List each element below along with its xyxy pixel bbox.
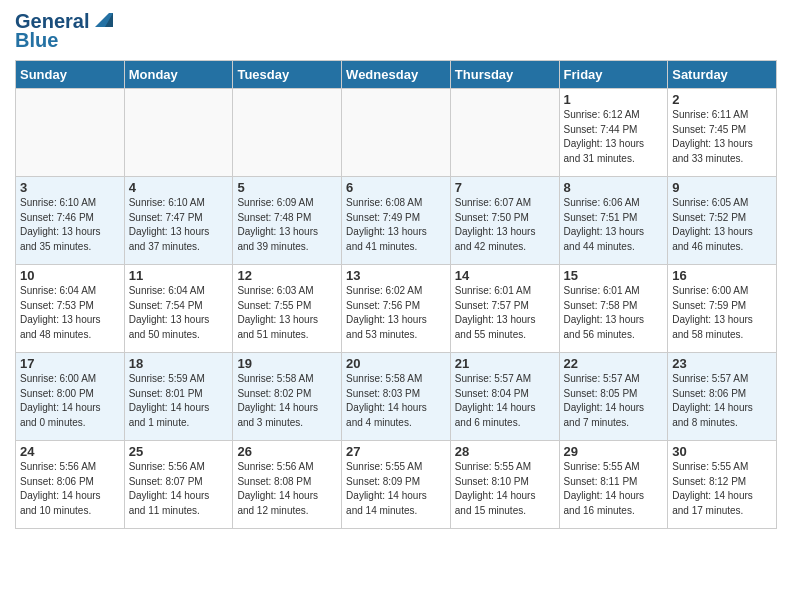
day-cell: 4Sunrise: 6:10 AM Sunset: 7:47 PM Daylig…	[124, 177, 233, 265]
day-number: 28	[455, 444, 555, 459]
day-info: Sunrise: 5:56 AM Sunset: 8:08 PM Dayligh…	[237, 460, 337, 518]
day-number: 5	[237, 180, 337, 195]
day-number: 27	[346, 444, 446, 459]
day-cell: 27Sunrise: 5:55 AM Sunset: 8:09 PM Dayli…	[342, 441, 451, 529]
day-number: 18	[129, 356, 229, 371]
day-number: 20	[346, 356, 446, 371]
day-info: Sunrise: 5:55 AM Sunset: 8:10 PM Dayligh…	[455, 460, 555, 518]
day-info: Sunrise: 6:07 AM Sunset: 7:50 PM Dayligh…	[455, 196, 555, 254]
day-info: Sunrise: 5:57 AM Sunset: 8:06 PM Dayligh…	[672, 372, 772, 430]
day-info: Sunrise: 5:55 AM Sunset: 8:11 PM Dayligh…	[564, 460, 664, 518]
calendar-table: SundayMondayTuesdayWednesdayThursdayFrid…	[15, 60, 777, 529]
day-number: 21	[455, 356, 555, 371]
week-row-3: 10Sunrise: 6:04 AM Sunset: 7:53 PM Dayli…	[16, 265, 777, 353]
day-info: Sunrise: 6:11 AM Sunset: 7:45 PM Dayligh…	[672, 108, 772, 166]
day-cell: 24Sunrise: 5:56 AM Sunset: 8:06 PM Dayli…	[16, 441, 125, 529]
week-row-5: 24Sunrise: 5:56 AM Sunset: 8:06 PM Dayli…	[16, 441, 777, 529]
day-cell: 9Sunrise: 6:05 AM Sunset: 7:52 PM Daylig…	[668, 177, 777, 265]
day-cell: 21Sunrise: 5:57 AM Sunset: 8:04 PM Dayli…	[450, 353, 559, 441]
day-cell: 6Sunrise: 6:08 AM Sunset: 7:49 PM Daylig…	[342, 177, 451, 265]
col-header-saturday: Saturday	[668, 61, 777, 89]
day-number: 26	[237, 444, 337, 459]
logo-wave-icon	[91, 9, 113, 31]
day-cell: 17Sunrise: 6:00 AM Sunset: 8:00 PM Dayli…	[16, 353, 125, 441]
day-info: Sunrise: 6:02 AM Sunset: 7:56 PM Dayligh…	[346, 284, 446, 342]
day-cell: 28Sunrise: 5:55 AM Sunset: 8:10 PM Dayli…	[450, 441, 559, 529]
day-info: Sunrise: 6:10 AM Sunset: 7:46 PM Dayligh…	[20, 196, 120, 254]
day-number: 25	[129, 444, 229, 459]
day-cell: 16Sunrise: 6:00 AM Sunset: 7:59 PM Dayli…	[668, 265, 777, 353]
day-number: 22	[564, 356, 664, 371]
day-info: Sunrise: 5:57 AM Sunset: 8:05 PM Dayligh…	[564, 372, 664, 430]
week-row-1: 1Sunrise: 6:12 AM Sunset: 7:44 PM Daylig…	[16, 89, 777, 177]
day-info: Sunrise: 5:56 AM Sunset: 8:06 PM Dayligh…	[20, 460, 120, 518]
day-info: Sunrise: 6:09 AM Sunset: 7:48 PM Dayligh…	[237, 196, 337, 254]
day-number: 11	[129, 268, 229, 283]
day-cell: 13Sunrise: 6:02 AM Sunset: 7:56 PM Dayli…	[342, 265, 451, 353]
day-number: 2	[672, 92, 772, 107]
day-number: 14	[455, 268, 555, 283]
day-cell: 30Sunrise: 5:55 AM Sunset: 8:12 PM Dayli…	[668, 441, 777, 529]
day-info: Sunrise: 6:01 AM Sunset: 7:57 PM Dayligh…	[455, 284, 555, 342]
day-number: 30	[672, 444, 772, 459]
day-cell: 10Sunrise: 6:04 AM Sunset: 7:53 PM Dayli…	[16, 265, 125, 353]
day-cell: 29Sunrise: 5:55 AM Sunset: 8:11 PM Dayli…	[559, 441, 668, 529]
day-info: Sunrise: 5:58 AM Sunset: 8:02 PM Dayligh…	[237, 372, 337, 430]
day-cell	[233, 89, 342, 177]
day-info: Sunrise: 6:05 AM Sunset: 7:52 PM Dayligh…	[672, 196, 772, 254]
day-info: Sunrise: 6:03 AM Sunset: 7:55 PM Dayligh…	[237, 284, 337, 342]
day-cell: 14Sunrise: 6:01 AM Sunset: 7:57 PM Dayli…	[450, 265, 559, 353]
day-cell: 25Sunrise: 5:56 AM Sunset: 8:07 PM Dayli…	[124, 441, 233, 529]
day-info: Sunrise: 6:04 AM Sunset: 7:54 PM Dayligh…	[129, 284, 229, 342]
day-number: 15	[564, 268, 664, 283]
day-info: Sunrise: 5:56 AM Sunset: 8:07 PM Dayligh…	[129, 460, 229, 518]
col-header-sunday: Sunday	[16, 61, 125, 89]
day-number: 12	[237, 268, 337, 283]
header-row: SundayMondayTuesdayWednesdayThursdayFrid…	[16, 61, 777, 89]
day-number: 6	[346, 180, 446, 195]
day-info: Sunrise: 6:10 AM Sunset: 7:47 PM Dayligh…	[129, 196, 229, 254]
day-cell	[450, 89, 559, 177]
day-cell: 20Sunrise: 5:58 AM Sunset: 8:03 PM Dayli…	[342, 353, 451, 441]
day-info: Sunrise: 6:08 AM Sunset: 7:49 PM Dayligh…	[346, 196, 446, 254]
day-cell: 18Sunrise: 5:59 AM Sunset: 8:01 PM Dayli…	[124, 353, 233, 441]
day-cell: 26Sunrise: 5:56 AM Sunset: 8:08 PM Dayli…	[233, 441, 342, 529]
day-cell: 15Sunrise: 6:01 AM Sunset: 7:58 PM Dayli…	[559, 265, 668, 353]
day-info: Sunrise: 6:06 AM Sunset: 7:51 PM Dayligh…	[564, 196, 664, 254]
day-cell: 7Sunrise: 6:07 AM Sunset: 7:50 PM Daylig…	[450, 177, 559, 265]
day-number: 4	[129, 180, 229, 195]
day-number: 8	[564, 180, 664, 195]
day-info: Sunrise: 6:00 AM Sunset: 7:59 PM Dayligh…	[672, 284, 772, 342]
day-cell: 3Sunrise: 6:10 AM Sunset: 7:46 PM Daylig…	[16, 177, 125, 265]
logo-blue: Blue	[15, 29, 58, 52]
day-number: 29	[564, 444, 664, 459]
day-number: 13	[346, 268, 446, 283]
col-header-monday: Monday	[124, 61, 233, 89]
day-info: Sunrise: 6:04 AM Sunset: 7:53 PM Dayligh…	[20, 284, 120, 342]
day-info: Sunrise: 5:58 AM Sunset: 8:03 PM Dayligh…	[346, 372, 446, 430]
day-number: 3	[20, 180, 120, 195]
day-cell: 22Sunrise: 5:57 AM Sunset: 8:05 PM Dayli…	[559, 353, 668, 441]
day-number: 7	[455, 180, 555, 195]
day-cell: 5Sunrise: 6:09 AM Sunset: 7:48 PM Daylig…	[233, 177, 342, 265]
day-number: 1	[564, 92, 664, 107]
day-info: Sunrise: 6:01 AM Sunset: 7:58 PM Dayligh…	[564, 284, 664, 342]
day-info: Sunrise: 6:12 AM Sunset: 7:44 PM Dayligh…	[564, 108, 664, 166]
day-number: 19	[237, 356, 337, 371]
day-cell: 19Sunrise: 5:58 AM Sunset: 8:02 PM Dayli…	[233, 353, 342, 441]
col-header-wednesday: Wednesday	[342, 61, 451, 89]
day-info: Sunrise: 5:55 AM Sunset: 8:09 PM Dayligh…	[346, 460, 446, 518]
day-cell: 23Sunrise: 5:57 AM Sunset: 8:06 PM Dayli…	[668, 353, 777, 441]
day-info: Sunrise: 5:57 AM Sunset: 8:04 PM Dayligh…	[455, 372, 555, 430]
day-number: 9	[672, 180, 772, 195]
day-cell	[342, 89, 451, 177]
day-cell	[16, 89, 125, 177]
col-header-friday: Friday	[559, 61, 668, 89]
day-cell: 1Sunrise: 6:12 AM Sunset: 7:44 PM Daylig…	[559, 89, 668, 177]
day-cell: 8Sunrise: 6:06 AM Sunset: 7:51 PM Daylig…	[559, 177, 668, 265]
day-number: 16	[672, 268, 772, 283]
day-number: 23	[672, 356, 772, 371]
col-header-tuesday: Tuesday	[233, 61, 342, 89]
day-info: Sunrise: 6:00 AM Sunset: 8:00 PM Dayligh…	[20, 372, 120, 430]
day-number: 24	[20, 444, 120, 459]
